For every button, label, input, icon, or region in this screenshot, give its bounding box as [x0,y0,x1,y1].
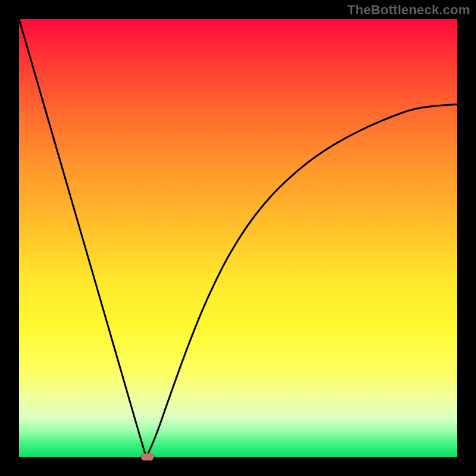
chart-frame: TheBottleneck.com [0,0,476,476]
watermark-text: TheBottleneck.com [347,2,470,18]
sweet-spot-marker [141,453,154,461]
bottleneck-curve [19,19,457,455]
plot-area [19,19,457,457]
chart-svg [19,19,457,457]
